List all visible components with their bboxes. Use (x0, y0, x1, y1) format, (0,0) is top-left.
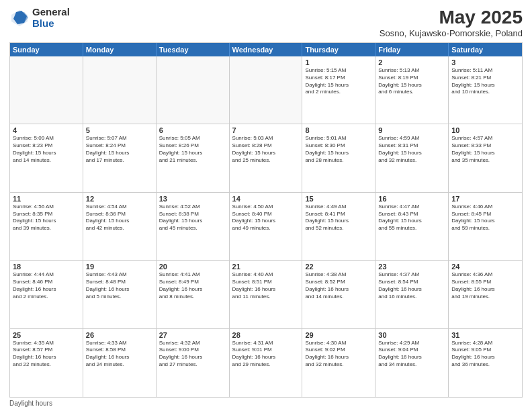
cell-content: Sunrise: 4:40 AM Sunset: 8:51 PM Dayligh… (232, 271, 300, 300)
cal-cell-4-6: 23Sunrise: 4:37 AM Sunset: 8:54 PM Dayli… (375, 261, 449, 328)
cal-cell-2-2: 5Sunrise: 5:07 AM Sunset: 8:24 PM Daylig… (83, 124, 157, 191)
col-header-wednesday: Wednesday (230, 43, 303, 56)
week-row-2: 4Sunrise: 5:09 AM Sunset: 8:23 PM Daylig… (10, 124, 522, 192)
cell-content: Sunrise: 5:07 AM Sunset: 8:24 PM Dayligh… (86, 135, 153, 164)
cell-content: Sunrise: 5:15 AM Sunset: 8:17 PM Dayligh… (305, 67, 372, 96)
cell-content: Sunrise: 4:29 AM Sunset: 9:04 PM Dayligh… (378, 340, 445, 369)
day-number: 25 (13, 331, 80, 339)
cell-content: Sunrise: 4:35 AM Sunset: 8:57 PM Dayligh… (13, 340, 80, 369)
cell-content: Sunrise: 4:44 AM Sunset: 8:46 PM Dayligh… (13, 271, 80, 300)
day-number: 2 (378, 58, 445, 66)
cal-cell-4-3: 20Sunrise: 4:41 AM Sunset: 8:49 PM Dayli… (157, 261, 230, 328)
cal-cell-1-7: 3Sunrise: 5:11 AM Sunset: 8:21 PM Daylig… (449, 56, 522, 124)
logo-blue: Blue (32, 18, 70, 30)
cal-cell-1-1 (10, 56, 83, 124)
logo-general: General (32, 7, 70, 18)
cell-content: Sunrise: 5:03 AM Sunset: 8:28 PM Dayligh… (232, 135, 300, 164)
cal-cell-1-2 (83, 56, 157, 124)
cell-content: Sunrise: 4:54 AM Sunset: 8:36 PM Dayligh… (86, 203, 153, 232)
cell-content: Sunrise: 4:41 AM Sunset: 8:49 PM Dayligh… (159, 271, 226, 300)
cal-cell-5-4: 28Sunrise: 4:31 AM Sunset: 9:01 PM Dayli… (230, 329, 303, 397)
day-number: 30 (378, 331, 445, 339)
day-number: 29 (305, 331, 372, 339)
cal-cell-2-1: 4Sunrise: 5:09 AM Sunset: 8:23 PM Daylig… (10, 124, 83, 191)
col-header-tuesday: Tuesday (157, 43, 230, 56)
cell-content: Sunrise: 5:11 AM Sunset: 8:21 PM Dayligh… (451, 67, 519, 96)
cell-content: Sunrise: 5:13 AM Sunset: 8:19 PM Dayligh… (378, 67, 445, 96)
cell-content: Sunrise: 4:46 AM Sunset: 8:45 PM Dayligh… (451, 203, 519, 232)
footer-note: Daylight hours (9, 400, 523, 407)
cell-content: Sunrise: 4:31 AM Sunset: 9:01 PM Dayligh… (232, 340, 300, 369)
day-number: 12 (86, 195, 153, 203)
day-number: 17 (451, 195, 519, 203)
cell-content: Sunrise: 4:49 AM Sunset: 8:41 PM Dayligh… (305, 203, 372, 232)
page: General Blue May 2025 Sosno, Kujawsko-Po… (0, 0, 532, 411)
cal-cell-1-5: 1Sunrise: 5:15 AM Sunset: 8:17 PM Daylig… (302, 56, 375, 124)
cal-cell-3-1: 11Sunrise: 4:56 AM Sunset: 8:35 PM Dayli… (10, 193, 83, 260)
week-row-4: 18Sunrise: 4:44 AM Sunset: 8:46 PM Dayli… (10, 261, 522, 328)
day-number: 15 (305, 195, 372, 203)
cal-cell-1-3 (157, 56, 230, 124)
cal-cell-1-4 (230, 56, 303, 124)
day-number: 16 (378, 195, 445, 203)
header: General Blue May 2025 Sosno, Kujawsko-Po… (9, 7, 523, 38)
day-number: 4 (13, 126, 80, 134)
day-number: 10 (451, 126, 519, 134)
cal-cell-2-5: 8Sunrise: 5:01 AM Sunset: 8:30 PM Daylig… (302, 124, 375, 191)
day-number: 14 (232, 195, 300, 203)
day-number: 19 (86, 263, 153, 271)
day-number: 3 (451, 58, 519, 66)
cal-cell-5-7: 31Sunrise: 4:28 AM Sunset: 9:05 PM Dayli… (449, 329, 522, 397)
week-row-5: 25Sunrise: 4:35 AM Sunset: 8:57 PM Dayli… (10, 329, 522, 397)
cal-cell-3-4: 14Sunrise: 4:50 AM Sunset: 8:40 PM Dayli… (230, 193, 303, 260)
cal-cell-4-7: 24Sunrise: 4:36 AM Sunset: 8:55 PM Dayli… (449, 261, 522, 328)
cell-content: Sunrise: 4:47 AM Sunset: 8:43 PM Dayligh… (378, 203, 445, 232)
col-header-sunday: Sunday (10, 43, 83, 56)
cal-cell-1-6: 2Sunrise: 5:13 AM Sunset: 8:19 PM Daylig… (375, 56, 449, 124)
cal-cell-4-2: 19Sunrise: 4:43 AM Sunset: 8:48 PM Dayli… (83, 261, 157, 328)
cell-content: Sunrise: 5:05 AM Sunset: 8:26 PM Dayligh… (159, 135, 226, 164)
cell-content: Sunrise: 4:32 AM Sunset: 9:00 PM Dayligh… (159, 340, 226, 369)
col-header-thursday: Thursday (302, 43, 375, 56)
day-number: 26 (86, 331, 153, 339)
day-number: 9 (378, 126, 445, 134)
day-number: 6 (159, 126, 226, 134)
day-number: 22 (305, 263, 372, 271)
day-number: 7 (232, 126, 300, 134)
day-number: 20 (159, 263, 226, 271)
cell-content: Sunrise: 4:56 AM Sunset: 8:35 PM Dayligh… (13, 203, 80, 232)
cell-content: Sunrise: 4:38 AM Sunset: 8:52 PM Dayligh… (305, 271, 372, 300)
cell-content: Sunrise: 4:33 AM Sunset: 8:58 PM Dayligh… (86, 340, 153, 369)
logo-text: General Blue (32, 7, 70, 29)
cell-content: Sunrise: 4:28 AM Sunset: 9:05 PM Dayligh… (451, 340, 519, 369)
cal-cell-2-4: 7Sunrise: 5:03 AM Sunset: 8:28 PM Daylig… (230, 124, 303, 191)
cal-cell-5-3: 27Sunrise: 4:32 AM Sunset: 9:00 PM Dayli… (157, 329, 230, 397)
cal-cell-2-7: 10Sunrise: 4:57 AM Sunset: 8:33 PM Dayli… (449, 124, 522, 191)
cell-content: Sunrise: 4:30 AM Sunset: 9:02 PM Dayligh… (305, 340, 372, 369)
cal-cell-3-2: 12Sunrise: 4:54 AM Sunset: 8:36 PM Dayli… (83, 193, 157, 260)
cal-cell-2-3: 6Sunrise: 5:05 AM Sunset: 8:26 PM Daylig… (157, 124, 230, 191)
day-number: 23 (378, 263, 445, 271)
cell-content: Sunrise: 5:09 AM Sunset: 8:23 PM Dayligh… (13, 135, 80, 164)
cell-content: Sunrise: 4:57 AM Sunset: 8:33 PM Dayligh… (451, 135, 519, 164)
cell-content: Sunrise: 4:43 AM Sunset: 8:48 PM Dayligh… (86, 271, 153, 300)
day-number: 18 (13, 263, 80, 271)
cell-content: Sunrise: 5:01 AM Sunset: 8:30 PM Dayligh… (305, 135, 372, 164)
cal-cell-5-5: 29Sunrise: 4:30 AM Sunset: 9:02 PM Dayli… (302, 329, 375, 397)
day-number: 24 (451, 263, 519, 271)
logo: General Blue (9, 7, 70, 29)
col-header-friday: Friday (375, 43, 449, 56)
cell-content: Sunrise: 4:50 AM Sunset: 8:40 PM Dayligh… (232, 203, 300, 232)
day-number: 21 (232, 263, 300, 271)
cal-cell-2-6: 9Sunrise: 4:59 AM Sunset: 8:31 PM Daylig… (375, 124, 449, 191)
day-number: 13 (159, 195, 226, 203)
col-header-monday: Monday (83, 43, 157, 56)
day-number: 1 (305, 58, 372, 66)
day-number: 27 (159, 331, 226, 339)
cell-content: Sunrise: 4:37 AM Sunset: 8:54 PM Dayligh… (378, 271, 445, 300)
logo-icon (9, 8, 30, 28)
cal-cell-5-6: 30Sunrise: 4:29 AM Sunset: 9:04 PM Dayli… (375, 329, 449, 397)
cell-content: Sunrise: 4:52 AM Sunset: 8:38 PM Dayligh… (159, 203, 226, 232)
subtitle: Sosno, Kujawsko-Pomorskie, Poland (380, 28, 523, 38)
calendar-body: 1Sunrise: 5:15 AM Sunset: 8:17 PM Daylig… (10, 56, 522, 397)
